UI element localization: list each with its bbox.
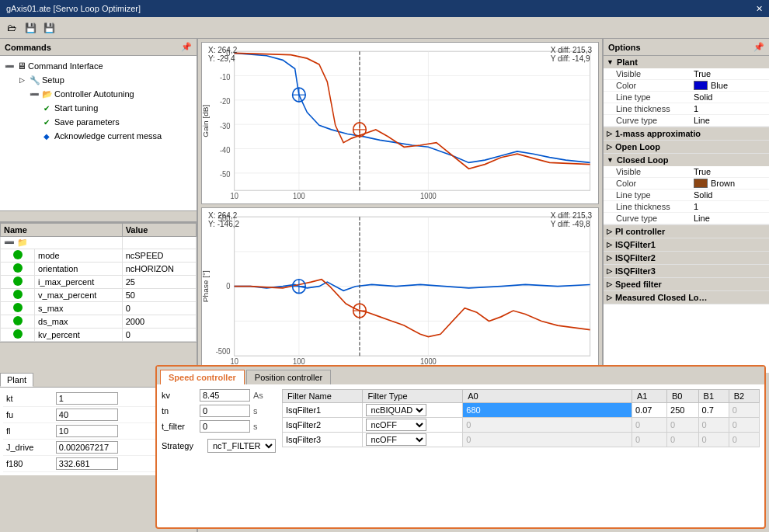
tab-position-controller[interactable]: Position controller — [246, 370, 331, 384]
filter-table: Filter Name Filter Type A0 A1 B0 B1 B2 — [282, 389, 760, 447]
f1-b1[interactable]: 0.7 — [698, 403, 729, 418]
fth-type: Filter Type — [363, 390, 463, 403]
options-label: Options — [608, 43, 641, 52]
tree-item-command-interface[interactable]: ➖ 🖥 Command Interface — [3, 59, 193, 73]
save-as-button[interactable]: 💾 — [40, 19, 57, 37]
fth-name: Filter Name — [283, 390, 363, 403]
opt-header-openloop[interactable]: ▷ Open Loop — [604, 141, 769, 153]
f1-a1[interactable]: 0.07 — [632, 403, 666, 418]
opt-val-cl-linethick: 1 — [694, 202, 698, 211]
f2-name: IsqFilter2 — [283, 418, 363, 433]
opt-header-1mass[interactable]: ▷ 1-mass approximatio — [604, 127, 769, 140]
f3-a1: 0 — [632, 433, 666, 447]
param-input-kv[interactable] — [200, 389, 250, 402]
options-panel-header: Options 📌 — [604, 39, 769, 56]
opt-header-isq3[interactable]: ▷ ISQFilter3 — [604, 265, 769, 277]
prop-name-orientation: orientation — [35, 263, 123, 276]
lower-chart[interactable]: X: 264,2 Y: -146,2 X diff: 215,3 Y diff:… — [201, 207, 599, 370]
pin-icon[interactable]: 📌 — [181, 42, 192, 52]
tab-plant[interactable]: Plant — [0, 373, 33, 387]
upper-chart-svg: 0 -10 -20 -30 -40 -50 10 100 1000 Freque… — [202, 43, 598, 203]
options-pin-icon[interactable]: 📌 — [753, 42, 764, 52]
tree-label-command-interface: Command Interface — [28, 61, 103, 71]
tab-speed-controller[interactable]: Speed controller — [160, 370, 245, 384]
tree-item-start-tuning[interactable]: ✔ Start tuning — [3, 101, 193, 115]
right-panel: Options 📌 ▼ Plant Visible True Color — [602, 39, 769, 373]
opt-header-isq2[interactable]: ▷ ISQFilter2 — [604, 252, 769, 264]
upper-chart[interactable]: X: 264,2 Y: -29,4 X diff: 215,3 Y diff: … — [201, 42, 599, 204]
param-input-tn[interactable] — [200, 405, 250, 417]
opt-header-measuredcl[interactable]: ▷ Measured Closed Lo… — [604, 291, 769, 304]
prop-value-v-max: 50 — [122, 289, 196, 302]
svg-text:10: 10 — [230, 192, 238, 200]
prop-row-orientation: orientation ncHORIZON — [1, 263, 197, 276]
new-button[interactable]: 🗁 — [3, 19, 20, 37]
opt-label-cl-visible: Visible — [616, 167, 694, 176]
opt-label-color: Color — [616, 81, 694, 90]
f2-type: ncOFF ncBIQUAD — [363, 418, 463, 433]
plant-input-jdrive[interactable] — [56, 441, 118, 454]
dot-green-icon-6 — [13, 316, 23, 325]
opt-closedloop-label: Closed Loop — [617, 155, 669, 165]
controller-tabs: Speed controller Position controller — [157, 367, 764, 384]
svg-rect-0 — [235, 51, 590, 190]
opt-cl-linetype: Line type Solid — [604, 190, 769, 201]
prop-row-kv: kv_percent 0 — [1, 329, 197, 342]
plant-input-fu[interactable] — [56, 409, 118, 421]
f1-a0[interactable] — [463, 403, 632, 418]
opt-isq2-label: ISQFilter2 — [615, 253, 656, 263]
svg-text:Frequency [Hz]: Frequency [Hz] — [388, 203, 437, 203]
opt-header-pi[interactable]: ▷ PI controller — [604, 225, 769, 238]
f3-a0: 0 — [463, 433, 632, 447]
param-label-kv: kv — [162, 391, 197, 400]
plant-input-fl[interactable] — [56, 425, 118, 437]
save-button[interactable]: 💾 — [22, 19, 39, 37]
close-icon[interactable]: ✕ — [756, 4, 763, 14]
svg-text:1000: 1000 — [420, 192, 437, 200]
opt-header-isq1[interactable]: ▷ ISQFilter1 — [604, 238, 769, 251]
opt-cl-linethick: Line thickness 1 — [604, 201, 769, 213]
param-input-tfilter[interactable] — [200, 420, 250, 433]
tree-item-controller-autotuning[interactable]: ➖ 📂 Controller Autotuning — [3, 87, 193, 101]
measuredcl-arrow-icon: ▷ — [607, 294, 612, 301]
speedfilter-arrow-icon: ▷ — [607, 280, 612, 288]
param-unit-kv: As — [253, 391, 263, 400]
f1-b0[interactable]: 250 — [667, 403, 699, 418]
dot-green-icon-2 — [13, 263, 23, 273]
f1-a0-input[interactable] — [466, 405, 628, 415]
opt-cl-visible: Visible True — [604, 166, 769, 178]
folder-prop-icon: 📁 — [17, 238, 28, 247]
fth-a0: A0 — [463, 390, 632, 403]
opt-isq1-label: ISQFilter1 — [615, 240, 656, 249]
tree-item-save-parameters[interactable]: ✔ Save parameters — [3, 115, 193, 129]
tree-item-setup[interactable]: ▷ 🔧 Setup — [3, 73, 193, 87]
f1-type-select[interactable]: ncBIQUAD ncOFF — [366, 404, 426, 416]
opt-header-closedloop[interactable]: ▼ Closed Loop — [604, 154, 769, 166]
lower-chart-diff: X diff: 215,3 Y diff: -49,8 — [551, 211, 592, 228]
prop-value-i-max: 25 — [122, 276, 196, 289]
isq1-arrow-icon: ▷ — [607, 241, 612, 249]
f2-type-select[interactable]: ncOFF ncBIQUAD — [366, 419, 426, 431]
opt-header-plant[interactable]: ▼ Plant — [604, 56, 769, 68]
plant-input-kt[interactable] — [56, 392, 118, 405]
tree-label-autotuning: Controller Autotuning — [54, 89, 134, 99]
dot-green-icon-5 — [13, 303, 23, 312]
ctrl-param-kv: kv As — [162, 389, 276, 402]
opt-speedfilter-label: Speed filter — [615, 280, 662, 289]
opt-header-speedfilter[interactable]: ▷ Speed filter — [604, 278, 769, 290]
opt-plant-linethick: Line thickness 1 — [604, 103, 769, 115]
f3-type-select[interactable]: ncOFF ncBIQUAD — [366, 433, 426, 446]
plant-input-f180[interactable] — [56, 457, 118, 470]
minus-icon-prop: ➖ — [4, 238, 15, 247]
strategy-label: Strategy — [162, 441, 204, 450]
tree-label-acknowledge: Acknowledge current messa — [54, 131, 162, 141]
prop-name-mode: mode — [35, 249, 123, 263]
properties-panel: Name Value ➖ 📁 — [0, 221, 197, 373]
prop-scroll[interactable] — [0, 342, 197, 353]
scroll-area[interactable] — [0, 210, 197, 221]
opt-label-curvetype: Curve type — [616, 116, 694, 125]
strategy-select[interactable]: ncT_FILTER — [207, 439, 276, 453]
opt-section-isq1: ▷ ISQFilter1 — [604, 238, 769, 252]
f3-b0: 0 — [667, 433, 699, 447]
tree-item-acknowledge[interactable]: ◆ Acknowledge current messa — [3, 129, 193, 143]
